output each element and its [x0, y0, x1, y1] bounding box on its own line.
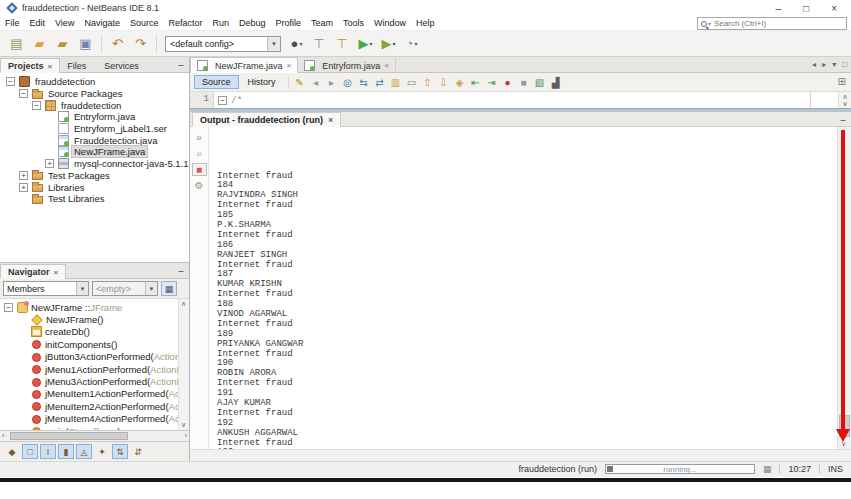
- navigator-item[interactable]: jMenuItem4ActionPerformed( ActionEvent e…: [0, 413, 189, 425]
- navigator-mode-button[interactable]: ▦: [161, 281, 177, 296]
- panel-tab[interactable]: Navigator ×: [0, 264, 66, 279]
- navigator-item[interactable]: jMenu3ActionPerformed( ActionEvent evt): [0, 375, 189, 387]
- tree-expand-handle[interactable]: −: [6, 77, 15, 86]
- view-toggle-button[interactable]: History: [240, 75, 284, 89]
- tree-expand-handle[interactable]: [45, 136, 54, 145]
- build-project-icon[interactable]: ⊤: [309, 33, 330, 54]
- tree-expand-handle[interactable]: [18, 327, 27, 336]
- menu-item[interactable]: Source: [125, 17, 164, 29]
- show-inherited-members-filter-icon[interactable]: ◆: [4, 444, 20, 459]
- config-combobox[interactable]: <default config> ▼: [165, 36, 281, 52]
- tree-item[interactable]: Entryform_jLabel1.ser: [0, 123, 189, 135]
- view-toggle-button[interactable]: Source: [194, 75, 239, 89]
- code-fold-icon[interactable]: −: [218, 96, 227, 105]
- close-button[interactable]: ×: [831, 3, 837, 14]
- scroll-up-icon[interactable]: ∧: [842, 93, 847, 100]
- navigator-item[interactable]: NewJFrame(): [0, 313, 189, 325]
- tab-list-dropdown-icon[interactable]: ▾: [832, 60, 836, 69]
- last-edit-position-icon[interactable]: ✎: [292, 75, 307, 90]
- tree-expand-handle[interactable]: [18, 377, 27, 386]
- members-view-select[interactable]: Members ▼: [3, 281, 89, 296]
- panel-tab[interactable]: Services: [97, 59, 150, 72]
- ant-settings-icon[interactable]: ⚙: [192, 179, 207, 192]
- maximize-button[interactable]: □: [803, 3, 809, 14]
- process-window-icon[interactable]: ▦: [763, 464, 772, 474]
- sort-by-source-icon[interactable]: ⇵: [130, 444, 146, 459]
- scroll-down-icon[interactable]: ∨: [842, 100, 847, 107]
- close-tab-icon[interactable]: ×: [48, 62, 53, 71]
- forward-icon[interactable]: ▸: [324, 75, 339, 90]
- scrollbar-thumb[interactable]: [10, 432, 128, 440]
- navigator-item[interactable]: jMenu1ActionPerformed( ActionEvent evt): [0, 363, 189, 375]
- show-fields-filter-icon[interactable]: □: [22, 444, 38, 459]
- tree-item[interactable]: + Test Packages: [0, 170, 189, 182]
- navigator-item[interactable]: initComponents(): [0, 338, 189, 350]
- menu-item[interactable]: Refactor: [163, 17, 207, 29]
- menu-item[interactable]: Run: [207, 17, 234, 29]
- minimize-panel-icon[interactable]: −: [178, 266, 184, 277]
- toggle-bookmark-icon[interactable]: ◈: [452, 75, 467, 90]
- shift-line-left-icon[interactable]: ⇤: [468, 75, 483, 90]
- sort-by-name-icon[interactable]: ⇅: [112, 444, 128, 459]
- tree-expand-handle[interactable]: [45, 147, 54, 156]
- tree-item[interactable]: − frauddetection: [0, 76, 189, 88]
- search-box[interactable]: ▾: [697, 17, 847, 30]
- editor-tab[interactable]: Entryform.java ×: [298, 58, 396, 72]
- fully-qualified-names-icon[interactable]: ✦: [94, 444, 110, 459]
- navigator-tree[interactable]: − NewJFrame :: JFrame NewJFrame(): [0, 299, 189, 430]
- search-input[interactable]: [714, 19, 843, 28]
- debug-project-icon[interactable]: ▶ ▾: [378, 33, 399, 54]
- menu-item[interactable]: View: [50, 17, 79, 29]
- run-project-icon[interactable]: ▶ ▾: [355, 33, 376, 54]
- tree-item[interactable]: Entryform.java: [0, 111, 189, 123]
- rerun-icon[interactable]: »: [192, 131, 207, 144]
- start-macro-recording-icon[interactable]: ●: [500, 75, 515, 90]
- menu-item[interactable]: Edit: [25, 17, 51, 29]
- projects-tree[interactable]: − frauddetection − Source Packages −: [0, 73, 189, 262]
- next-bookmark-icon[interactable]: ⇩: [436, 75, 451, 90]
- new-project-icon[interactable]: ▰: [29, 33, 50, 54]
- menu-item[interactable]: Navigate: [79, 17, 125, 29]
- close-tab-icon[interactable]: ×: [287, 61, 292, 70]
- tree-expand-handle[interactable]: [18, 389, 27, 398]
- navigator-horizontal-scrollbar[interactable]: ‹ ›: [0, 430, 189, 441]
- navigator-item[interactable]: jButton3ActionPerformed( ActionEvent evt…: [0, 351, 189, 363]
- undo-icon[interactable]: ↶: [107, 33, 128, 54]
- output-horizontal-scrollbar[interactable]: [190, 449, 851, 461]
- tree-expand-handle[interactable]: [18, 402, 27, 411]
- scroll-up-icon[interactable]: ∧: [181, 300, 186, 308]
- shift-line-right-icon[interactable]: ⇥: [484, 75, 499, 90]
- save-all-icon[interactable]: ▣: [75, 33, 96, 54]
- uncomment-icon[interactable]: ▟: [548, 75, 563, 90]
- tree-expand-handle[interactable]: [45, 112, 54, 121]
- find-previous-icon[interactable]: ⇄: [372, 75, 387, 90]
- find-next-icon[interactable]: ⇆: [356, 75, 371, 90]
- minimize-panel-icon[interactable]: −: [840, 115, 846, 126]
- show-inner-classes-filter-icon[interactable]: ◬: [76, 444, 92, 459]
- tree-expand-handle[interactable]: −: [19, 89, 28, 98]
- menu-item[interactable]: Help: [411, 17, 440, 29]
- rerun-with-config-icon[interactable]: »: [192, 147, 207, 160]
- back-icon[interactable]: ◂: [308, 75, 323, 90]
- navigator-item[interactable]: − NewJFrame :: JFrame: [0, 301, 189, 313]
- scroll-tabs-left-icon[interactable]: ◂: [812, 60, 816, 69]
- editor-code-area[interactable]: 1 − /* ∧ ∨: [190, 92, 851, 108]
- editor-error-stripe[interactable]: ∧ ∨: [838, 92, 851, 108]
- navigator-item[interactable]: createDb(): [0, 326, 189, 338]
- navigator-vertical-scrollbar[interactable]: ∧ ∨: [178, 299, 189, 430]
- tree-item[interactable]: NewJFrame.java: [0, 146, 189, 158]
- tree-expand-handle[interactable]: [18, 365, 27, 374]
- maximize-editor-icon[interactable]: □: [842, 60, 847, 69]
- navigator-item[interactable]: jMenuItem2ActionPerformed( ActionEvent e…: [0, 400, 189, 412]
- output-console[interactable]: Internet fraud184RAJVINDRA SINGHInternet…: [209, 122, 837, 449]
- scroll-tabs-right-icon[interactable]: ▸: [822, 60, 826, 69]
- inheritance-filter-select[interactable]: <empty> ▼: [92, 281, 158, 296]
- open-project-icon[interactable]: ▰: [52, 33, 73, 54]
- previous-bookmark-icon[interactable]: ⇧: [420, 75, 435, 90]
- menu-item[interactable]: File: [0, 17, 25, 29]
- search-dropdown-icon[interactable]: ▾: [708, 20, 711, 27]
- tree-expand-handle[interactable]: +: [45, 159, 54, 168]
- tree-expand-handle[interactable]: [45, 124, 54, 133]
- comment-icon[interactable]: ▧: [532, 75, 547, 90]
- tree-expand-handle[interactable]: −: [4, 303, 13, 312]
